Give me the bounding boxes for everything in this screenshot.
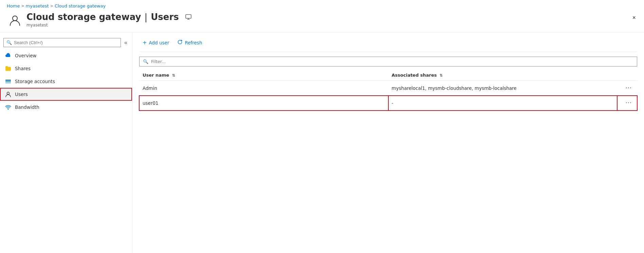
row-actions-button[interactable]: ···	[624, 99, 634, 107]
search-icon: 🔍	[6, 40, 12, 45]
search-bar-container: 🔍 «	[0, 36, 132, 49]
bandwidth-icon	[5, 104, 12, 111]
header-text: Cloud storage gateway | Users myasetest	[26, 12, 192, 27]
sidebar-item-label-users: Users	[15, 92, 28, 97]
sidebar-item-label-overview: Overview	[15, 53, 37, 58]
col-username[interactable]: User name ⇅	[139, 70, 388, 81]
table-row: Admin mysharelocal1, mysmb-cloudshare, m…	[139, 81, 637, 96]
table-header-row: User name ⇅ Associated shares ⇅	[139, 70, 637, 81]
username-cell: user01	[139, 96, 388, 111]
add-icon: +	[143, 40, 147, 46]
sidebar-item-shares[interactable]: Shares	[0, 62, 132, 75]
shares-icon	[5, 65, 12, 72]
refresh-label: Refresh	[185, 40, 202, 45]
content-area: + Add user Refresh 🔍	[132, 33, 644, 253]
refresh-icon	[177, 39, 183, 46]
header-feedback-icon[interactable]	[185, 14, 192, 20]
breadcrumb: Home > myasetest > Cloud storage gateway	[0, 0, 644, 11]
username-sort-icon[interactable]: ⇅	[172, 73, 175, 78]
svg-point-0	[13, 16, 17, 21]
search-bar[interactable]: 🔍	[3, 38, 121, 47]
svg-point-6	[8, 109, 9, 110]
filter-container[interactable]: 🔍	[139, 57, 637, 66]
col-associated-shares[interactable]: Associated shares ⇅	[388, 70, 618, 81]
header-section-name: Users	[151, 12, 179, 22]
col-username-label: User name	[143, 73, 169, 78]
username-cell: Admin	[139, 81, 388, 96]
associated-shares-cell: mysharelocal1, mysmb-cloudshare, mysmb-l…	[388, 81, 618, 96]
sidebar-item-bandwidth[interactable]: Bandwidth	[0, 101, 132, 114]
col-actions	[617, 70, 637, 81]
refresh-button[interactable]: Refresh	[174, 37, 205, 48]
close-button[interactable]: ×	[631, 13, 637, 22]
row-actions-cell[interactable]: ···	[617, 81, 637, 96]
sidebar-item-label-shares: Shares	[15, 66, 31, 71]
filter-input[interactable]	[151, 59, 633, 64]
breadcrumb-home[interactable]: Home	[7, 3, 20, 8]
sidebar-item-label-bandwidth: Bandwidth	[15, 104, 39, 110]
page-header: Cloud storage gateway | Users myasetest …	[0, 11, 644, 33]
svg-rect-1	[186, 15, 191, 18]
main-layout: 🔍 « Overview Shares	[0, 33, 644, 253]
users-icon	[5, 91, 12, 98]
storage-accounts-icon	[5, 78, 12, 85]
sidebar: 🔍 « Overview Shares	[0, 33, 132, 253]
col-shares-label: Associated shares	[392, 73, 437, 78]
row-actions-cell[interactable]: ···	[617, 96, 637, 111]
sidebar-item-storage-accounts[interactable]: Storage accounts	[0, 75, 132, 88]
sidebar-item-label-storage-accounts: Storage accounts	[15, 79, 55, 84]
associated-shares-cell: -	[388, 96, 618, 111]
breadcrumb-sep-1: >	[21, 4, 24, 8]
row-actions-button[interactable]: ···	[624, 84, 634, 92]
search-input[interactable]	[14, 40, 118, 45]
toolbar: + Add user Refresh	[139, 37, 637, 52]
breadcrumb-cloud-storage-gateway[interactable]: Cloud storage gateway	[55, 3, 106, 8]
add-user-button[interactable]: + Add user	[139, 38, 172, 48]
sidebar-item-users[interactable]: Users	[0, 88, 132, 101]
breadcrumb-sep-2: >	[50, 4, 53, 8]
sidebar-item-overview[interactable]: Overview	[0, 49, 132, 62]
shares-sort-icon[interactable]: ⇅	[440, 73, 443, 78]
collapse-button[interactable]: «	[123, 38, 129, 47]
header-divider: |	[144, 12, 147, 22]
svg-rect-4	[5, 82, 11, 83]
header-icon	[7, 12, 23, 28]
header-subtitle: myasetest	[26, 23, 192, 27]
overview-icon	[5, 52, 12, 59]
filter-search-icon: 🔍	[143, 59, 148, 64]
svg-point-5	[7, 92, 10, 95]
breadcrumb-myasetest[interactable]: myasetest	[26, 3, 49, 8]
svg-rect-3	[5, 81, 11, 82]
header-resource-name: Cloud storage gateway	[26, 12, 141, 22]
users-table: User name ⇅ Associated shares ⇅ Admin my…	[139, 70, 637, 111]
add-user-label: Add user	[149, 40, 169, 45]
header-title: Cloud storage gateway | Users	[26, 12, 192, 22]
svg-rect-2	[5, 80, 11, 81]
table-row: user01 - ···	[139, 96, 637, 111]
